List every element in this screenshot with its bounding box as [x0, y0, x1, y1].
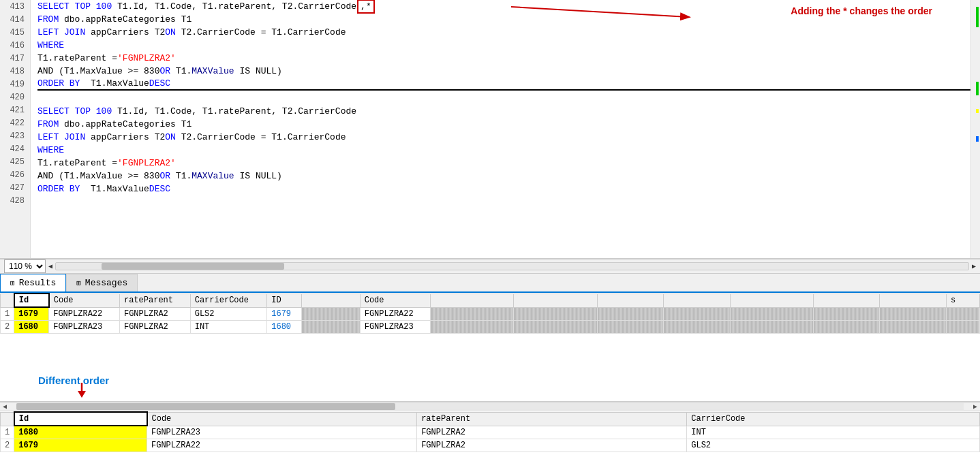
results-area: Id Code rateParent CarrierCode ID Code — [0, 293, 980, 474]
ln-423: 423 — [0, 129, 30, 142]
scroll-left-btn[interactable]: ◀ — [0, 402, 10, 411]
code-line-420 — [37, 92, 970, 105]
ln-428: 428 — [0, 194, 30, 207]
zoom-bar: 110 % 100 % 75 % ◀ ▶ — [0, 259, 980, 274]
code-422-tbl: dbo.appRateCategories T1 — [59, 119, 192, 129]
zoom-select[interactable]: 110 % 100 % 75 % — [4, 259, 46, 273]
upper-row-1-blurred5 — [664, 307, 731, 321]
col-rateparent-header: rateParent — [119, 294, 190, 307]
right-scrollbar — [970, 0, 980, 258]
different-order-label: Different order — [38, 375, 109, 386]
kw-leftjoin-1: LEFT JOIN — [37, 27, 85, 37]
lower-col-carriercode-header: CarrierCode — [687, 412, 980, 426]
upper-row-2-id: 1680 — [14, 321, 49, 334]
upper-row-1-blurred8 — [880, 307, 947, 321]
scrollbar-green-1 — [976, 7, 979, 27]
upper-row-2-blurred9 — [947, 321, 980, 334]
upper-row-2-blurred7 — [813, 321, 880, 334]
upper-result-row-2: 2 1680 FGNPLZRA23 FGNPLZRA2 INT 1680 FGN… — [1, 321, 980, 334]
upper-row-2-blurred6 — [730, 321, 813, 334]
ln-427: 427 — [0, 181, 30, 194]
code-418-a: AND (T1.MaxValue >= 830 — [37, 66, 159, 76]
code-line-421: SELECT TOP 100 T1.Id, T1.Code, T1.ratePa… — [37, 105, 970, 118]
main-container: 413 414 415 416 417 418 419 420 421 422 … — [0, 0, 980, 474]
lower-results: Id Code rateParent CarrierCode 1 1680 FG… — [0, 411, 980, 474]
code-line-424: WHERE — [37, 144, 970, 157]
code-415-b: T2.CarrierCode = T1.CarrierCode — [176, 27, 346, 37]
scroll-right-arrow[interactable]: ▶ — [972, 262, 976, 270]
horizontal-scrollbar[interactable] — [55, 262, 969, 270]
lower-row-2-id: 1679 — [14, 439, 147, 452]
upper-row-1-blurred1 — [302, 307, 360, 321]
messages-tab-icon: ⊞ — [76, 279, 81, 287]
upper-row-1-blurred2 — [431, 307, 514, 321]
col-blurred8-header — [880, 294, 947, 307]
ln-420: 420 — [0, 91, 30, 104]
between-scrollbar[interactable]: ◀ ▶ — [0, 402, 980, 411]
kw-where-1: WHERE — [37, 40, 64, 50]
upper-row-1-code: FGNPLZRA22 — [49, 307, 120, 321]
kw-orderby-1: ORDER BY — [37, 78, 80, 89]
code-425-a: T1.rateParent = — [37, 158, 117, 168]
col-id2-header: ID — [267, 294, 302, 307]
code-line-416: WHERE — [37, 39, 970, 52]
tab-results[interactable]: ⊞ Results — [0, 274, 66, 291]
col-blurred2-header — [431, 294, 514, 307]
upper-row-2-blurred1 — [302, 321, 360, 334]
upper-row-2-rateparent: FGNPLZRA2 — [119, 321, 190, 334]
code-417-a: T1.rateParent = — [37, 53, 117, 63]
upper-row-2-id2: 1680 — [267, 321, 302, 334]
scroll-left-arrow[interactable]: ◀ — [48, 262, 52, 270]
upper-row-1-num: 1 — [1, 307, 14, 321]
kw-desc-2: DESC — [149, 184, 170, 194]
kw-on-1: ON — [165, 27, 176, 37]
tab-messages[interactable]: ⊞ Messages — [66, 274, 138, 291]
code-426-maxvalue: MAXValue — [192, 171, 234, 181]
code-418-b: T1. — [170, 66, 192, 76]
code-line-422: FROM dbo.appRateCategories T1 — [37, 118, 970, 131]
upper-row-1-blurred7 — [813, 307, 880, 321]
code-line-423: LEFT JOIN appCarriers T2 ON T2.CarrierCo… — [37, 131, 970, 144]
upper-results-table: Id Code rateParent CarrierCode ID Code — [0, 293, 980, 334]
code-418-maxvalue: MAXValue — [192, 66, 234, 76]
tab-bar: ⊞ Results ⊞ Messages — [0, 274, 980, 293]
ln-421: 421 — [0, 104, 30, 116]
upper-row-2-blurred4 — [597, 321, 664, 334]
lower-row-1-id: 1680 — [14, 426, 147, 439]
code-415-a: appCarriers T2 — [85, 27, 165, 37]
upper-row-2-code2: FGNPLZRA23 — [360, 321, 431, 334]
ln-425: 425 — [0, 155, 30, 168]
code-426-b: T1. — [170, 171, 192, 181]
scrollbar-yellow — [976, 109, 979, 113]
upper-row-1-blurred3 — [514, 307, 597, 321]
scroll-track[interactable] — [16, 403, 964, 410]
scroll-right-btn[interactable]: ▶ — [970, 402, 980, 411]
code-line-427: ORDER BY T1.MaxValue DESC — [37, 183, 970, 195]
code-418-c: IS NULL) — [234, 66, 282, 76]
col-code-header: Code — [49, 294, 120, 307]
scrollbar-thumb — [102, 263, 284, 270]
code-413-cols: T1.Id, T1.Code, T1.rateParent, T2.Carrie… — [112, 1, 356, 12]
scrollbar-blue — [976, 136, 979, 142]
lower-col-rownum-header — [1, 412, 14, 426]
lower-result-row-2: 2 1679 FGNPLZRA22 FGNPLZRA2 GLS2 — [1, 439, 980, 452]
ln-416: 416 — [0, 39, 30, 52]
code-423-b: T2.CarrierCode = T1.CarrierCode — [176, 132, 346, 142]
col-blurred5-header — [664, 294, 731, 307]
line-numbers: 413 414 415 416 417 418 419 420 421 422 … — [0, 0, 31, 258]
upper-row-1-code2: FGNPLZRA22 — [360, 307, 431, 321]
tab-results-label: Results — [19, 278, 57, 288]
upper-row-1-id: 1679 — [14, 307, 49, 321]
col-blurred7-header — [813, 294, 880, 307]
kw-select: SELECT TOP 100 — [37, 1, 112, 12]
kw-or-2: OR — [159, 171, 170, 181]
kw-where-2: WHERE — [37, 145, 64, 155]
scrollbar-green-2 — [976, 82, 979, 95]
upper-row-2-blurred3 — [514, 321, 597, 334]
upper-row-2-num: 2 — [1, 321, 14, 334]
lower-row-1-carriercode: INT — [687, 426, 980, 439]
code-419-a: T1.MaxValue — [80, 78, 149, 89]
upper-row-2-code: FGNPLZRA23 — [49, 321, 120, 334]
code-line-414: FROM dbo.appRateCategories T1 — [37, 13, 970, 26]
code-line-415: LEFT JOIN appCarriers T2 ON T2.CarrierCo… — [37, 26, 970, 39]
